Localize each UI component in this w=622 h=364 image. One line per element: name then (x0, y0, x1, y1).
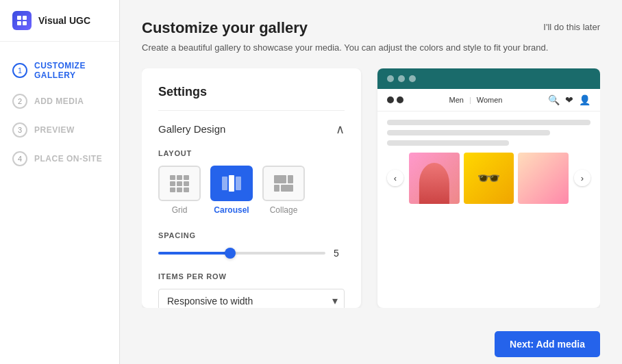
settings-title: Settings (158, 85, 345, 111)
navbar-logo (387, 96, 403, 103)
navbar-links: Men | Women (449, 96, 503, 104)
svg-rect-14 (229, 175, 234, 192)
step-circle-2: 2 (12, 94, 27, 109)
main-content: Customize your gallery I'll do this late… (120, 0, 622, 322)
search-icon[interactable]: 🔍 (548, 94, 560, 105)
nav-steps: 1 CUSTOMIZE GALLERY 2 ADD MEDIA 3 PREVIE… (0, 42, 119, 185)
preview-navbar: Men | Women 🔍 ❤ 👤 (377, 89, 600, 112)
sidebar-item-preview[interactable]: 3 PREVIEW (0, 117, 119, 143)
svg-rect-17 (288, 175, 293, 183)
slider-fill (158, 252, 234, 255)
logo-area: Visual UGC (0, 0, 119, 42)
svg-rect-0 (17, 16, 21, 20)
svg-rect-13 (222, 177, 227, 190)
topbar-dot-3 (409, 75, 416, 82)
svg-rect-1 (23, 16, 27, 20)
svg-rect-19 (281, 185, 293, 192)
app-title: Visual UGC (38, 15, 90, 26)
carousel-next-arrow[interactable]: › (574, 170, 590, 186)
gallery-design-section: Gallery Design ∧ (158, 122, 345, 137)
svg-rect-11 (177, 187, 182, 192)
items-label: ITEMS PER ROW (158, 272, 345, 281)
svg-rect-16 (274, 175, 286, 183)
layout-option-grid[interactable]: Grid (158, 166, 201, 215)
step-label-2: ADD MEDIA (34, 96, 84, 106)
logo-icon (12, 11, 32, 30)
step-circle-3: 3 (12, 122, 27, 138)
svg-rect-18 (274, 185, 279, 192)
content-area: Settings Gallery Design ∧ LAYOUT (142, 68, 600, 309)
carousel-image-2: 🕶️ (464, 153, 514, 204)
sidebar-item-place-on-site[interactable]: 4 PLACE ON-SITE (0, 146, 119, 172)
nav-women[interactable]: Women (477, 96, 503, 104)
svg-rect-9 (184, 181, 189, 186)
layout-label: LAYOUT (158, 149, 345, 157)
carousel-label: Carousel (214, 205, 249, 215)
svg-rect-2 (17, 21, 21, 25)
topbar-dot-2 (398, 75, 405, 82)
svg-rect-8 (177, 181, 182, 186)
step-circle-1: 1 (12, 63, 27, 78)
items-select-wrapper: Responsive to width ▾ (158, 289, 345, 309)
svg-rect-15 (236, 177, 241, 190)
carousel-image-1 (409, 153, 460, 204)
skeleton-1 (387, 120, 590, 125)
layout-option-carousel[interactable]: Carousel (210, 166, 253, 215)
svg-rect-5 (177, 175, 182, 180)
svg-rect-6 (184, 175, 189, 180)
spacing-value: 5 (334, 248, 345, 259)
items-per-row-select[interactable]: Responsive to width (158, 289, 345, 309)
page-subtitle: Create a beautiful gallery to showcase y… (142, 41, 600, 55)
preview-topbar (377, 68, 600, 89)
svg-rect-4 (170, 175, 175, 180)
topbar-dot-1 (387, 75, 394, 82)
carousel-images: 🕶️ (409, 153, 569, 204)
nav-men[interactable]: Men (449, 96, 464, 104)
grid-icon-box (158, 166, 201, 201)
sidebar-item-add-media[interactable]: 2 ADD MEDIA (0, 88, 119, 114)
section-name: Gallery Design (158, 123, 225, 135)
slider-thumb[interactable] (225, 248, 236, 259)
carousel-preview: ‹ 🕶️ › (387, 153, 590, 204)
svg-rect-3 (23, 21, 27, 25)
step-label-3: PREVIEW (34, 125, 75, 135)
step-label-1: CUSTOMIZE GALLERY (34, 61, 107, 80)
layout-options: Grid Carousel (158, 166, 345, 215)
step-circle-4: 4 (12, 151, 27, 166)
layout-option-collage[interactable]: Collage (262, 166, 305, 215)
spacing-slider[interactable] (158, 252, 325, 255)
spacing-section: SPACING 5 (158, 231, 345, 259)
footer: Next: Add media (120, 322, 622, 364)
navbar-dot-2 (397, 96, 403, 103)
carousel-image-3 (518, 153, 569, 204)
grid-label: Grid (172, 205, 188, 215)
collage-icon-box (262, 166, 305, 201)
step-label-4: PLACE ON-SITE (34, 154, 102, 164)
navbar-icons: 🔍 ❤ 👤 (548, 94, 590, 105)
person-silhouette (419, 163, 449, 204)
items-per-row-section: ITEMS PER ROW Responsive to width ▾ (158, 272, 345, 309)
user-icon[interactable]: 👤 (579, 94, 590, 105)
preview-panel: Men | Women 🔍 ❤ 👤 ‹ (377, 68, 600, 309)
spacing-label: SPACING (158, 231, 345, 239)
page-title: Customize your gallery (142, 19, 308, 37)
nav-separator: | (469, 96, 471, 104)
svg-rect-7 (170, 181, 175, 186)
collage-label: Collage (270, 205, 298, 215)
sidebar-item-customize-gallery[interactable]: 1 CUSTOMIZE GALLERY (0, 55, 119, 86)
sidebar: Visual UGC 1 CUSTOMIZE GALLERY 2 ADD MED… (0, 0, 120, 364)
skeleton-3 (387, 140, 509, 146)
skip-link[interactable]: I'll do this later (543, 19, 600, 32)
navbar-dot-1 (387, 96, 394, 103)
next-button[interactable]: Next: Add media (495, 331, 600, 357)
chevron-up-icon[interactable]: ∧ (336, 122, 345, 137)
carousel-icon-box (210, 166, 253, 201)
svg-rect-12 (184, 187, 189, 192)
heart-icon[interactable]: ❤ (565, 94, 573, 105)
preview-content: ‹ 🕶️ › (377, 112, 600, 309)
skeleton-2 (387, 130, 550, 135)
settings-panel: Settings Gallery Design ∧ LAYOUT (142, 68, 361, 309)
svg-rect-10 (170, 187, 175, 192)
carousel-prev-arrow[interactable]: ‹ (387, 170, 403, 186)
